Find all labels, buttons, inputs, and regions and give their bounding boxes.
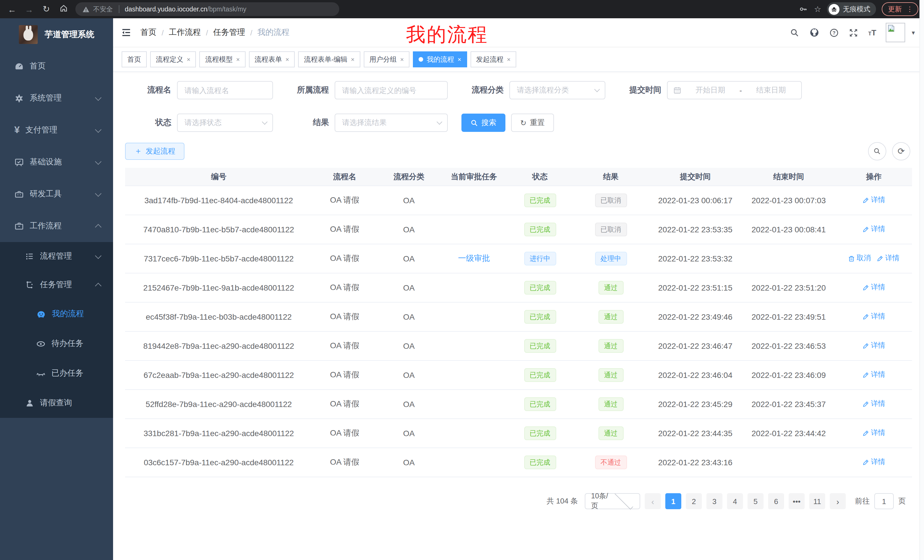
sidebar-item-task-mgmt[interactable]: 任务管理 — [0, 271, 113, 299]
breadcrumb-home[interactable]: 首页 — [141, 27, 156, 38]
page-button-3[interactable]: 3 — [706, 493, 722, 509]
sidebar-item-workflow[interactable]: 工作流程 — [0, 210, 113, 242]
current-task-link[interactable]: 一级审批 — [458, 253, 490, 263]
detail-action[interactable]: 详情 — [877, 254, 900, 264]
browser-menu-icon[interactable]: ⋮ — [906, 5, 913, 13]
result-select[interactable]: 请选择流结果 — [334, 114, 448, 132]
row-status: 已完成 — [507, 419, 573, 448]
refresh-table-button[interactable]: ⟳ — [892, 142, 910, 160]
toggle-search-button[interactable] — [868, 142, 886, 160]
row-end-time: 2022-01-22 23:46:53 — [742, 331, 836, 361]
address-bar[interactable]: 不安全 dashboard.yudao.iocoder.cn /bpm/task… — [75, 2, 339, 16]
tab-用户分组[interactable]: 用户分组× — [364, 51, 410, 67]
page-button-1[interactable]: 1 — [665, 493, 681, 509]
detail-action[interactable]: 详情 — [862, 428, 885, 438]
url-host[interactable]: dashboard.yudao.iocoder.cn — [125, 6, 207, 13]
next-page-button[interactable]: › — [830, 493, 846, 509]
tab-流程定义[interactable]: 流程定义× — [150, 51, 196, 67]
status-badge: 不通过 — [595, 455, 627, 469]
font-size-icon[interactable]: TT — [868, 28, 876, 36]
tab-流程模型[interactable]: 流程模型× — [200, 51, 246, 67]
breadcrumb-task-mgmt[interactable]: 任务管理 — [213, 27, 245, 38]
browser-back-icon[interactable]: ← — [3, 4, 21, 14]
scrollbar[interactable] — [920, 0, 924, 560]
close-icon[interactable]: × — [187, 56, 190, 63]
browser-forward-icon[interactable]: → — [21, 4, 38, 14]
status-badge: 已完成 — [524, 281, 556, 295]
fullscreen-icon[interactable] — [849, 28, 859, 37]
close-icon[interactable]: × — [507, 56, 510, 63]
detail-action[interactable]: 详情 — [862, 312, 885, 322]
page-button-11[interactable]: 11 — [809, 493, 825, 509]
browser-home-icon[interactable] — [55, 4, 72, 14]
row-status: 已完成 — [507, 448, 573, 477]
detail-action[interactable]: 详情 — [862, 196, 885, 205]
close-icon[interactable]: × — [351, 56, 355, 63]
page-size-select[interactable]: 10条/页 — [585, 493, 640, 509]
security-label[interactable]: 不安全 — [93, 5, 113, 13]
sidebar-item-devtools[interactable]: 研发工具 — [0, 178, 113, 210]
sidebar-item-done-tasks[interactable]: 已办任务 — [0, 358, 113, 388]
sidebar-item-process-mgmt[interactable]: 流程管理 — [0, 242, 113, 271]
process-definition-input[interactable] — [334, 81, 448, 99]
process-name-input[interactable] — [177, 81, 273, 99]
submit-time-range-picker[interactable]: 开始日期 - 结束日期 — [667, 81, 802, 99]
sidebar-item-my-process[interactable]: 我的流程 — [0, 299, 113, 329]
row-submit-time: 2022-01-22 23:43:16 — [649, 448, 742, 477]
row-status: 已完成 — [507, 331, 573, 361]
key-icon[interactable] — [799, 4, 808, 14]
search-button[interactable]: 搜索 — [461, 114, 506, 132]
sidebar-item-todo-tasks[interactable]: 待办任务 — [0, 329, 113, 358]
caret-down-icon[interactable]: ▾ — [912, 29, 915, 36]
sidebar: 芋道管理系统 首页 系统管理 ¥ 支付管理 基础设施 研发工具 工作 — [0, 18, 113, 560]
help-icon[interactable]: ? — [830, 28, 839, 37]
close-icon[interactable]: × — [285, 56, 289, 63]
detail-action[interactable]: 详情 — [862, 341, 885, 351]
detail-action[interactable]: 详情 — [862, 283, 885, 293]
update-button[interactable]: 更新 ⋮ — [882, 2, 918, 16]
page-button-6[interactable]: 6 — [768, 493, 784, 509]
tab-我的流程[interactable]: 我的流程× — [413, 51, 467, 67]
detail-action[interactable]: 详情 — [862, 370, 885, 380]
incognito-label: 无痕模式 — [843, 4, 870, 14]
close-icon[interactable]: × — [400, 56, 404, 63]
create-process-button[interactable]: ＋ 发起流程 — [125, 143, 184, 160]
cancel-action[interactable]: 取消 — [848, 254, 871, 264]
sidebar-item-infra[interactable]: 基础设施 — [0, 146, 113, 178]
end-date-placeholder[interactable]: 结束日期 — [746, 85, 795, 95]
app-logo[interactable]: 芋道管理系统 — [0, 18, 113, 50]
pagination: 共 104 条 10条/页 ‹ 123456•••11 › 前往 页 — [113, 493, 906, 509]
tab-流程表单[interactable]: 流程表单× — [249, 51, 295, 67]
page-button-2[interactable]: 2 — [686, 493, 702, 509]
tab-流程表单-编辑[interactable]: 流程表单-编辑× — [298, 51, 360, 67]
close-icon[interactable]: × — [458, 56, 461, 63]
tab-发起流程[interactable]: 发起流程× — [470, 51, 516, 67]
browser-reload-icon[interactable]: ↻ — [38, 4, 55, 14]
page-button-5[interactable]: 5 — [747, 493, 764, 509]
prev-page-button[interactable]: ‹ — [645, 493, 661, 509]
sidebar-item-home[interactable]: 首页 — [0, 50, 113, 82]
page-button-4[interactable]: 4 — [727, 493, 743, 509]
close-icon[interactable]: × — [236, 56, 240, 63]
sidebar-item-leave-query[interactable]: 请假查询 — [0, 388, 113, 418]
detail-action[interactable]: 详情 — [862, 399, 885, 409]
category-select[interactable]: 请选择流程分类 — [509, 81, 605, 99]
avatar[interactable] — [886, 23, 906, 42]
status-select[interactable]: 请选择状态 — [177, 114, 273, 132]
reset-button[interactable]: ↻ 重置 — [511, 114, 554, 132]
tab-首页[interactable]: 首页 — [122, 51, 147, 67]
bookmark-star-icon[interactable]: ☆ — [814, 4, 821, 14]
sidebar-item-payment[interactable]: ¥ 支付管理 — [0, 114, 113, 146]
status-badge: 已取消 — [595, 223, 627, 236]
start-date-placeholder[interactable]: 开始日期 — [686, 85, 735, 95]
detail-action[interactable]: 详情 — [862, 225, 885, 234]
breadcrumb-workflow[interactable]: 工作流程 — [169, 27, 201, 38]
github-icon[interactable] — [810, 27, 820, 38]
search-icon[interactable] — [790, 28, 800, 37]
goto-page-input[interactable] — [874, 493, 894, 509]
row-current-task — [441, 302, 507, 331]
more-pages-icon[interactable]: ••• — [789, 493, 805, 509]
menu-fold-icon[interactable] — [121, 27, 131, 38]
sidebar-item-system[interactable]: 系统管理 — [0, 82, 113, 114]
detail-action[interactable]: 详情 — [862, 458, 885, 467]
